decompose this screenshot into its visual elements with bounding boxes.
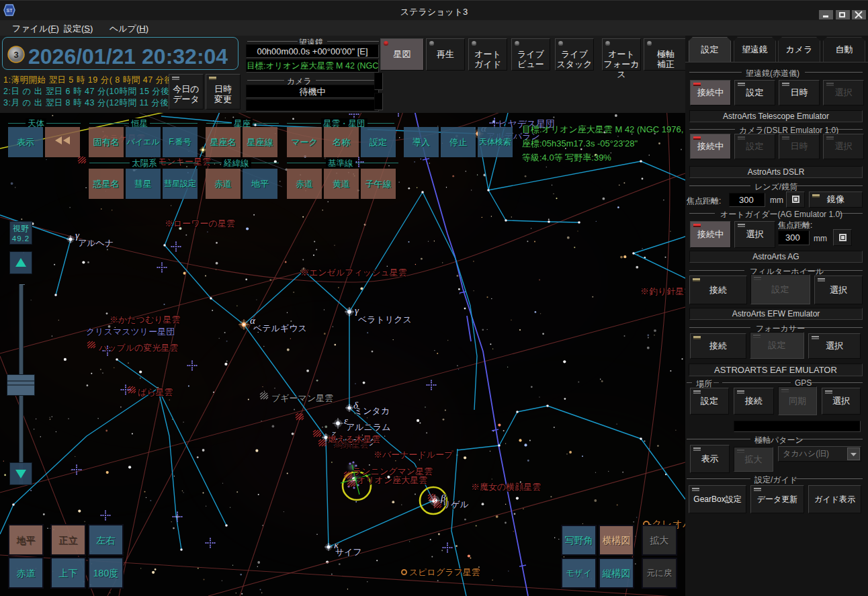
svg-text:3: 3 (13, 50, 18, 60)
